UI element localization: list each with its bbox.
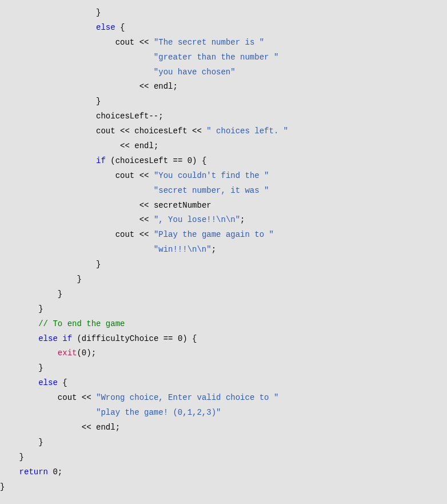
code-line: } (0, 453, 24, 462)
code-line: } (0, 363, 43, 372)
code-line: exit(0); (0, 348, 96, 358)
code-line: cout << "The secret number is " (0, 38, 264, 47)
code-line: << endl; (0, 423, 120, 432)
code-line: } (0, 97, 101, 106)
code-line: << endl; (0, 141, 158, 150)
code-line: "win!!!\n\n"; (0, 245, 216, 254)
code-line: else if (difficultyChoice == 0) { (0, 334, 197, 343)
code-line: } (0, 260, 101, 269)
code-line: "play the game! (0,1,2,3)" (0, 408, 221, 417)
code-line: // To end the game (0, 319, 125, 328)
code-line: cout << "You couldn't find the " (0, 171, 269, 180)
code-line: } (0, 289, 62, 299)
code-line: << endl; (0, 82, 178, 91)
code-line: "secret number, it was " (0, 186, 269, 195)
code-line: if (choicesLeft == 0) { (0, 156, 206, 165)
code-line: } (0, 482, 5, 491)
code-line: return 0; (0, 467, 62, 477)
code-line: "you have chosen" (0, 68, 236, 77)
code-line: else { (0, 378, 67, 387)
code-line: << ", You lose!!\n\n"; (0, 215, 245, 224)
code-line: cout << "Play the game again to " (0, 230, 274, 239)
code-line: "greater than the number " (0, 53, 278, 62)
code-block: } else { cout << "The secret number is "… (0, 6, 447, 494)
code-line: } (0, 438, 43, 447)
code-line: cout << choicesLeft << " choices left. " (0, 126, 288, 136)
code-line: << secretNumber (0, 201, 211, 210)
code-line: cout << "Wrong choice, Enter valid choic… (0, 393, 278, 402)
code-line: } (0, 8, 101, 17)
code-line: } (0, 275, 82, 284)
code-line: } (0, 304, 43, 313)
code-line: else { (0, 23, 125, 32)
code-line: choicesLeft--; (0, 112, 163, 121)
